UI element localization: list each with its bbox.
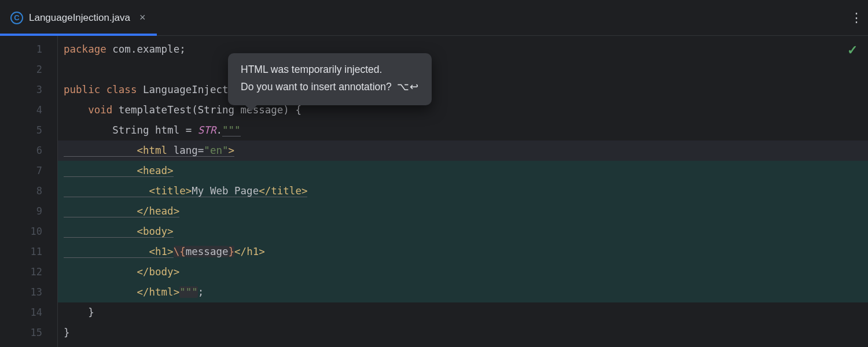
popup-line2: Do you want to insert annotation? ⌥↩ <box>241 79 419 96</box>
token-variable: message <box>186 246 229 257</box>
token-tag: </h1> <box>234 246 265 257</box>
token: com.example; <box>106 43 186 55</box>
token-tag: <html <box>137 145 167 157</box>
token: ; <box>198 286 204 298</box>
token: My Web Page <box>192 185 259 197</box>
line-number[interactable]: 11 <box>0 242 57 262</box>
code-line[interactable]: public class LanguageInjection { <box>58 80 868 100</box>
popup-line2-text: Do you want to insert annotation? <box>241 81 392 93</box>
code-line[interactable]: package com.example; <box>58 39 868 60</box>
code-line[interactable]: } <box>58 323 868 343</box>
code-line[interactable]: <h1>\{message}</h1> <box>58 242 868 262</box>
token: . <box>216 124 222 136</box>
line-number[interactable]: 15 <box>0 323 57 343</box>
line-number[interactable]: 9 <box>0 201 57 222</box>
kebab-menu-icon[interactable]: ⋮ <box>845 0 868 35</box>
token-tag: <head> <box>137 165 173 177</box>
token-tag: </title> <box>259 185 307 197</box>
token: } <box>88 307 94 318</box>
class-file-icon: C <box>10 12 23 24</box>
token-tag: <h1> <box>149 246 174 258</box>
token-tag: <title> <box>149 185 192 197</box>
token-tag: > <box>229 145 235 157</box>
token-string: """ <box>179 286 198 298</box>
line-number[interactable]: 1 <box>0 39 57 60</box>
token-keyword: class <box>106 84 137 95</box>
tab-label: LanguageInjection.java <box>29 12 130 24</box>
line-number[interactable]: 4 <box>0 100 57 120</box>
tab-bar: C LanguageInjection.java × ⋮ <box>0 0 868 36</box>
line-number[interactable]: 6 <box>0 141 57 161</box>
token-keyword: public <box>64 84 100 95</box>
token-escape: \{ <box>174 246 186 257</box>
tab-language-injection[interactable]: C LanguageInjection.java × <box>0 0 157 35</box>
injection-hint-popup[interactable]: HTML was temporarily injected. Do you wa… <box>228 53 432 105</box>
code-line[interactable]: <body> <box>58 222 868 242</box>
line-number[interactable]: 8 <box>0 181 57 201</box>
line-number[interactable]: 2 <box>0 60 57 80</box>
code-line[interactable]: <head> <box>58 161 868 181</box>
code-line[interactable]: </html>"""; <box>58 282 868 302</box>
code-editor[interactable]: ✓ HTML was temporarily injected. Do you … <box>0 36 868 347</box>
code-line[interactable]: <title>My Web Page</title> <box>58 181 868 201</box>
line-number[interactable]: 10 <box>0 222 57 242</box>
line-number[interactable]: 12 <box>0 262 57 282</box>
line-number[interactable]: 13 <box>0 282 57 302</box>
token-keyword: package <box>64 43 106 55</box>
token-tag: <body> <box>137 226 173 238</box>
code-line[interactable]: <html lang="en"> <box>58 141 868 161</box>
token-string: """ <box>222 124 241 136</box>
token: templateTest(String message) { <box>112 104 301 116</box>
code-line[interactable]: </body> <box>58 262 868 282</box>
line-number[interactable]: 5 <box>0 120 57 141</box>
line-number[interactable]: 3 <box>0 80 57 100</box>
token-tag: </head> <box>137 205 179 217</box>
close-icon[interactable]: × <box>137 10 148 25</box>
popup-shortcut: ⌥↩ <box>397 81 419 93</box>
line-number-gutter[interactable]: 1 2 3 4 5 6 7 8 9 10 11 12 13 14 15 <box>0 36 58 347</box>
line-number[interactable]: 7 <box>0 161 57 181</box>
token-tag: </body> <box>137 266 179 278</box>
popup-line1: HTML was temporarily injected. <box>241 61 419 79</box>
token-tag: </html> <box>137 286 179 298</box>
token-template: STR <box>198 124 216 136</box>
tabbar-spacer <box>157 0 845 35</box>
token-escape: } <box>229 246 235 257</box>
code-line[interactable]: </head> <box>58 201 868 222</box>
token-keyword: void <box>88 104 112 116</box>
code-line[interactable]: void templateTest(String message) { <box>58 100 868 120</box>
code-line[interactable] <box>58 60 868 80</box>
line-number[interactable]: 14 <box>0 302 57 323</box>
token: = <box>198 145 204 157</box>
token: } <box>64 327 70 338</box>
token: String html = <box>112 124 198 136</box>
code-area[interactable]: package com.example; public class Langua… <box>58 36 868 347</box>
code-line[interactable]: String html = STR.""" <box>58 120 868 141</box>
token-attr-value: "en" <box>204 145 228 157</box>
code-line[interactable]: } <box>58 302 868 323</box>
token-attr: lang <box>167 145 198 157</box>
